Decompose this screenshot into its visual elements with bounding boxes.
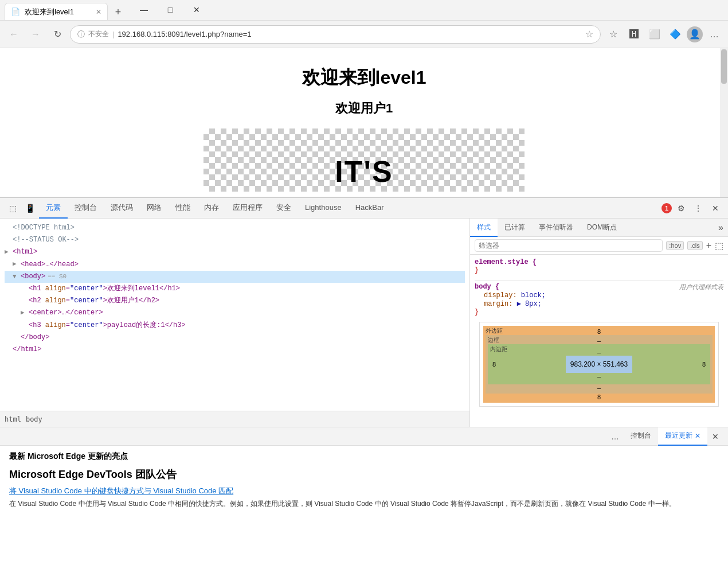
dom-h3-tag: <h3 align="center">payload的长度:1</h3>	[29, 320, 186, 331]
more-button[interactable]: …	[705, 25, 723, 44]
styles-tab-computed[interactable]: 已计算	[498, 219, 532, 237]
settings-button[interactable]: ⚙	[673, 200, 689, 216]
filter-input[interactable]	[475, 239, 663, 252]
profile-button[interactable]: 👤	[687, 26, 703, 42]
devtools-bottom-panel: … 控制台 最近更新 ✕ ✕ 最新 Microsoft Edge 更新的亮点 M…	[0, 427, 728, 478]
tab-performance[interactable]: 性能	[169, 198, 197, 219]
address-input-wrap[interactable]: ⓘ 不安全 | 192.168.0.115:8091/level1.php?na…	[70, 25, 601, 44]
dom-html-close: </html>	[5, 344, 465, 356]
box-margin-label: 外边距	[486, 327, 503, 335]
dom-html[interactable]: <html>	[5, 246, 465, 258]
dom-head[interactable]: <head>…</head>	[5, 259, 465, 271]
dom-arrow[interactable]	[5, 247, 11, 258]
filter-cls-button[interactable]: .cls	[687, 241, 703, 250]
select-element-button[interactable]: ⬚	[5, 200, 21, 216]
bottom-content: 最新 Microsoft Edge 更新的亮点 Microsoft Edge D…	[0, 446, 728, 515]
devtools-tabs: 元素 控制台 源代码 网络 性能 内存 应用程序 安全 Lighthouse H…	[39, 198, 660, 219]
device-toolbar-button[interactable]: 📱	[22, 200, 38, 216]
tab-elements[interactable]: 元素	[39, 198, 68, 219]
style-source: 用户代理样式表	[679, 283, 723, 291]
box-content-row: 8 983.200 × 551.463 8	[490, 356, 708, 373]
dom-h1[interactable]: <h1 align="center">欢迎来到level1</h1>	[5, 283, 465, 295]
back-button[interactable]: ←	[5, 25, 23, 44]
elements-panel: <!DOCTYPE html> <!--STATUS OK--> <html> …	[0, 219, 470, 427]
box-content: 983.200 × 551.463	[566, 356, 632, 373]
dom-body[interactable]: <body> == $0	[5, 271, 465, 283]
box-model: 外边距 8 边框 – 内边距 – 8 983.200 × 551.463	[479, 322, 719, 407]
styles-panel: 样式 已计算 事件侦听器 DOM断点 » :hov .cls + ⬚ eleme…	[470, 219, 728, 427]
bottom-close-button[interactable]: ✕	[707, 432, 723, 441]
tab-application[interactable]: 应用程序	[226, 198, 269, 219]
dom-h2[interactable]: <h2 align="center">欢迎用户1</h2>	[5, 295, 465, 307]
browser-essentials-button[interactable]: 🔷	[666, 25, 684, 44]
dom-doctype: <!DOCTYPE html>	[5, 222, 465, 234]
dom-head-tag: <	[21, 259, 25, 270]
tab-hackbar[interactable]: HackBar	[349, 198, 391, 219]
tab-console[interactable]: 控制台	[68, 198, 104, 219]
favorite-icon[interactable]: ☆	[585, 29, 593, 40]
new-tab-button[interactable]: +	[110, 4, 126, 20]
bottom-tab-console[interactable]: 控制台	[624, 427, 658, 446]
filter-toggle-button[interactable]: ⬚	[715, 240, 723, 251]
box-border: 边框 – 内边距 – 8 983.200 × 551.463 8 –	[486, 335, 713, 394]
style-prop-display: display: block;	[475, 291, 723, 299]
devtools-right-icons: 1 ⚙ ⋮ ✕	[662, 200, 723, 216]
split-screen-button[interactable]: ⬜	[645, 25, 664, 44]
dom-selected-indicator: == $0	[48, 272, 66, 282]
browser-tab[interactable]: 📄 欢迎来到level1 ✕	[5, 3, 108, 20]
more-tools-button[interactable]: ⋮	[690, 200, 706, 216]
minimize-button[interactable]: —	[131, 0, 157, 20]
styles-tab-dom-breakpoints[interactable]: DOM断点	[580, 219, 624, 237]
style-prop-margin: margin: ▶ 8px;	[475, 299, 723, 308]
filter-plus-button[interactable]: +	[706, 240, 711, 251]
scroll-thumb[interactable]	[721, 49, 727, 84]
its-text: IT'S	[335, 154, 393, 189]
dom-arrow[interactable]	[21, 308, 28, 318]
tab-security[interactable]: 安全	[269, 198, 298, 219]
news-section-title: Microsoft Edge DevTools 团队公告	[9, 468, 719, 481]
url-display[interactable]: 192.168.0.115:8091/level1.php?name=1	[118, 30, 582, 38]
close-window-button[interactable]: ✕	[183, 0, 210, 20]
update-header: 最新 Microsoft Edge 更新的亮点	[9, 451, 719, 462]
dom-h3[interactable]: <h3 align="center">payload的长度:1</h3>	[5, 320, 465, 332]
styles-content: element.style { } body { 用户代理样式表 display…	[470, 255, 728, 427]
dom-body-close: </body>	[5, 332, 465, 344]
dom-doctype-text: <!DOCTYPE html>	[13, 223, 75, 233]
close-devtools-button[interactable]: ✕	[707, 200, 723, 216]
dom-arrow[interactable]	[13, 272, 19, 282]
news-link[interactable]: 将 Visual Studio Code 中的键盘快捷方式与 Visual St…	[9, 486, 719, 496]
breadcrumb-html[interactable]: html	[5, 415, 21, 423]
refresh-button[interactable]: ↻	[48, 25, 66, 44]
dom-arrow[interactable]	[13, 259, 19, 270]
style-rule-body: body { 用户代理样式表 display: block; margin: ▶…	[475, 283, 723, 316]
devtools-panel: ⬚ 📱 元素 控制台 源代码 网络 性能 内存 应用程序 安全 Lighthou…	[0, 197, 728, 427]
style-selector: element.style {	[475, 258, 537, 266]
dom-breadcrumb: html body	[0, 411, 469, 427]
tab-close-button[interactable]: ✕	[96, 8, 101, 16]
box-margin-top: 8	[486, 328, 713, 335]
tab-network[interactable]: 网络	[140, 198, 169, 219]
styles-tab-event-listeners[interactable]: 事件侦听器	[532, 219, 580, 237]
maximize-button[interactable]: □	[157, 0, 183, 20]
box-right-val: 8	[700, 361, 708, 368]
favorites-button[interactable]: ☆	[604, 25, 623, 44]
scroll-bar[interactable]	[720, 48, 728, 197]
box-left-val: 8	[490, 361, 498, 368]
tab-lighthouse[interactable]: Lighthouse	[298, 198, 349, 219]
page-h1: 欢迎来到level1	[0, 65, 728, 91]
bottom-tab-close[interactable]: ✕	[695, 432, 700, 440]
filter-hov-button[interactable]: :hov	[666, 241, 684, 250]
tab-memory[interactable]: 内存	[197, 198, 226, 219]
lock-icon: ⓘ	[77, 29, 85, 40]
dom-center[interactable]: <center>…</center>	[5, 307, 465, 319]
forward-button[interactable]: →	[26, 25, 45, 44]
styles-more-button[interactable]: »	[714, 219, 728, 236]
tab-sources[interactable]: 源代码	[104, 198, 140, 219]
collections-button[interactable]: 🅷	[625, 25, 643, 44]
bottom-tab-updates[interactable]: 最近更新 ✕	[658, 427, 707, 446]
styles-tab-styles[interactable]: 样式	[470, 219, 498, 237]
box-padding-label: 内边距	[490, 345, 507, 353]
bottom-more-button[interactable]: …	[606, 432, 624, 441]
style-rule-element: element.style { }	[475, 258, 723, 274]
breadcrumb-body[interactable]: body	[26, 415, 42, 423]
